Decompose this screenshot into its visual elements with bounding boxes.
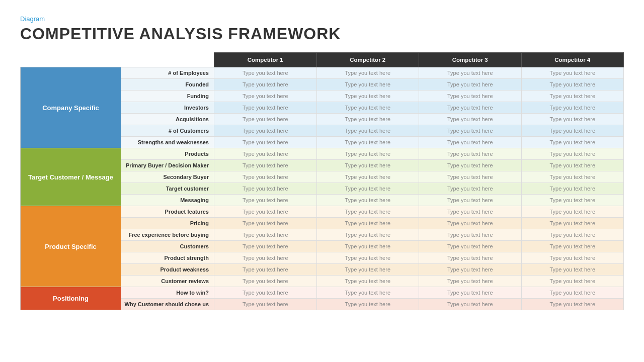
- data-cell[interactable]: Type you text here: [316, 206, 419, 218]
- data-cell[interactable]: Type you text here: [214, 206, 317, 218]
- data-cell[interactable]: Type you text here: [316, 218, 419, 229]
- data-cell[interactable]: Type you text here: [419, 67, 522, 79]
- data-cell[interactable]: Type you text here: [521, 276, 624, 287]
- data-cell[interactable]: Type you text here: [316, 171, 419, 183]
- row-label: How to win?: [121, 287, 214, 299]
- data-cell[interactable]: Type you text here: [419, 102, 522, 114]
- data-cell[interactable]: Type you text here: [419, 148, 522, 160]
- data-cell[interactable]: Type you text here: [316, 125, 419, 137]
- data-cell[interactable]: Type you text here: [419, 241, 522, 252]
- data-cell[interactable]: Type you text here: [214, 264, 317, 276]
- diagram-label: Diagram: [20, 15, 624, 23]
- data-cell[interactable]: Type you text here: [214, 125, 317, 137]
- data-cell[interactable]: Type you text here: [521, 114, 624, 125]
- data-cell[interactable]: Type you text here: [419, 276, 522, 287]
- col-header-competitor3: Competitor 3: [419, 53, 522, 67]
- data-cell[interactable]: Type you text here: [316, 299, 419, 310]
- data-cell[interactable]: Type you text here: [521, 195, 624, 206]
- data-cell[interactable]: Type you text here: [521, 241, 624, 252]
- data-cell[interactable]: Type you text here: [419, 171, 522, 183]
- data-cell[interactable]: Type you text here: [214, 195, 317, 206]
- data-cell[interactable]: Type you text here: [521, 229, 624, 241]
- data-cell[interactable]: Type you text here: [316, 67, 419, 79]
- data-cell[interactable]: Type you text here: [419, 264, 522, 276]
- data-cell[interactable]: Type you text here: [419, 125, 522, 137]
- data-cell[interactable]: Type you text here: [419, 160, 522, 171]
- data-cell[interactable]: Type you text here: [419, 299, 522, 310]
- data-cell[interactable]: Type you text here: [214, 183, 317, 195]
- data-cell[interactable]: Type you text here: [521, 67, 624, 79]
- data-cell[interactable]: Type you text here: [214, 79, 317, 90]
- data-cell[interactable]: Type you text here: [521, 264, 624, 276]
- data-cell[interactable]: Type you text here: [419, 218, 522, 229]
- row-label: Customers: [121, 241, 214, 252]
- data-cell[interactable]: Type you text here: [214, 90, 317, 102]
- data-cell[interactable]: Type you text here: [316, 264, 419, 276]
- data-cell[interactable]: Type you text here: [521, 90, 624, 102]
- data-cell[interactable]: Type you text here: [316, 276, 419, 287]
- data-cell[interactable]: Type you text here: [214, 137, 317, 148]
- data-cell[interactable]: Type you text here: [214, 102, 317, 114]
- data-cell[interactable]: Type you text here: [521, 171, 624, 183]
- data-cell[interactable]: Type you text here: [419, 137, 522, 148]
- data-cell[interactable]: Type you text here: [521, 148, 624, 160]
- data-cell[interactable]: Type you text here: [214, 171, 317, 183]
- data-cell[interactable]: Type you text here: [521, 183, 624, 195]
- data-cell[interactable]: Type you text here: [316, 195, 419, 206]
- data-cell[interactable]: Type you text here: [214, 287, 317, 299]
- data-cell[interactable]: Type you text here: [214, 229, 317, 241]
- page-title: COMPETITIVE ANALYSIS FRAMEWORK: [20, 25, 624, 43]
- data-cell[interactable]: Type you text here: [521, 137, 624, 148]
- data-cell[interactable]: Type you text here: [316, 252, 419, 264]
- data-cell[interactable]: Type you text here: [521, 218, 624, 229]
- data-cell[interactable]: Type you text here: [419, 183, 522, 195]
- data-cell[interactable]: Type you text here: [214, 148, 317, 160]
- data-cell[interactable]: Type you text here: [521, 252, 624, 264]
- data-cell[interactable]: Type you text here: [419, 252, 522, 264]
- data-cell[interactable]: Type you text here: [214, 241, 317, 252]
- data-cell[interactable]: Type you text here: [214, 276, 317, 287]
- data-cell[interactable]: Type you text here: [521, 79, 624, 90]
- row-label: Product features: [121, 206, 214, 218]
- category-target-customer: Target Customer / Message: [21, 148, 121, 206]
- data-cell[interactable]: Type you text here: [521, 102, 624, 114]
- data-cell[interactable]: Type you text here: [419, 206, 522, 218]
- data-cell[interactable]: Type you text here: [419, 79, 522, 90]
- data-cell[interactable]: Type you text here: [521, 160, 624, 171]
- data-cell[interactable]: Type you text here: [214, 299, 317, 310]
- data-cell[interactable]: Type you text here: [419, 287, 522, 299]
- data-cell[interactable]: Type you text here: [316, 102, 419, 114]
- data-cell[interactable]: Type you text here: [521, 125, 624, 137]
- row-label: Product strength: [121, 252, 214, 264]
- data-cell[interactable]: Type you text here: [316, 229, 419, 241]
- data-cell[interactable]: Type you text here: [316, 287, 419, 299]
- col-header-competitor1: Competitor 1: [214, 53, 317, 67]
- row-label: Why Customer should chose us: [121, 299, 214, 310]
- data-cell[interactable]: Type you text here: [316, 183, 419, 195]
- data-cell[interactable]: Type you text here: [521, 299, 624, 310]
- row-label: Funding: [121, 90, 214, 102]
- data-cell[interactable]: Type you text here: [214, 114, 317, 125]
- data-cell[interactable]: Type you text here: [419, 229, 522, 241]
- row-label: # of Employees: [121, 67, 214, 79]
- data-cell[interactable]: Type you text here: [214, 252, 317, 264]
- data-cell[interactable]: Type you text here: [316, 241, 419, 252]
- data-cell[interactable]: Type you text here: [214, 160, 317, 171]
- data-cell[interactable]: Type you text here: [316, 148, 419, 160]
- data-cell[interactable]: Type you text here: [316, 90, 419, 102]
- data-cell[interactable]: Type you text here: [419, 195, 522, 206]
- data-cell[interactable]: Type you text here: [521, 206, 624, 218]
- data-cell[interactable]: Type you text here: [316, 79, 419, 90]
- data-cell[interactable]: Type you text here: [214, 67, 317, 79]
- row-label: Free experience before buying: [121, 229, 214, 241]
- data-cell[interactable]: Type you text here: [316, 114, 419, 125]
- data-cell[interactable]: Type you text here: [419, 90, 522, 102]
- data-cell[interactable]: Type you text here: [316, 137, 419, 148]
- data-cell[interactable]: Type you text here: [521, 287, 624, 299]
- data-cell[interactable]: Type you text here: [214, 218, 317, 229]
- row-label: Primary Buyer / Decision Maker: [121, 160, 214, 171]
- row-label: Secondary Buyer: [121, 171, 214, 183]
- table-row: Product SpecificProduct featuresType you…: [21, 206, 624, 218]
- data-cell[interactable]: Type you text here: [316, 160, 419, 171]
- data-cell[interactable]: Type you text here: [419, 114, 522, 125]
